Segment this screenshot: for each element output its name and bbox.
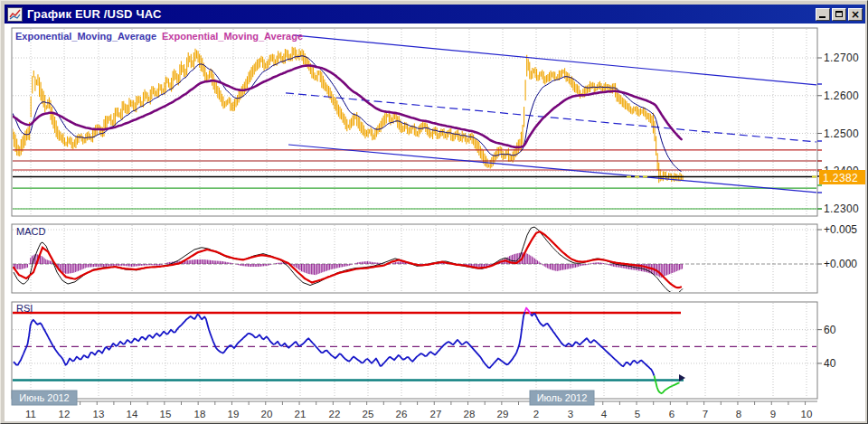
date-label: 2: [533, 409, 539, 419]
window-title: График EUR /USD ЧАС: [27, 7, 162, 21]
price-label: 1.2300: [824, 203, 859, 215]
rsi-panel[interactable]: [12, 302, 817, 399]
chart-window: График EUR /USD ЧАС × Exponential_Moving…: [0, 0, 868, 424]
date-label: 10: [801, 409, 813, 419]
date-label: 4: [601, 409, 608, 419]
chart-icon: [7, 7, 23, 22]
price-scale: 1.27001.26001.25001.24001.2300+0.005+0.0…: [817, 52, 865, 370]
maximize-button[interactable]: [832, 8, 846, 21]
date-label: 19: [228, 409, 240, 419]
minimize-button[interactable]: [816, 8, 830, 21]
close-button[interactable]: ×: [848, 8, 863, 21]
date-label: 15: [160, 409, 172, 419]
ema-label-2: Exponential_Moving_Average: [162, 31, 303, 42]
date-label: 22: [329, 409, 341, 419]
rsi-scale-label: 40: [824, 357, 836, 370]
month-label: Июль 2012: [537, 392, 588, 403]
price-label: 1.2500: [824, 127, 859, 140]
date-label: 8: [736, 409, 741, 419]
date-label: 3: [568, 409, 573, 419]
date-label: 21: [295, 409, 307, 419]
date-label: 14: [127, 409, 138, 419]
date-label: 29: [497, 409, 509, 419]
date-label: 12: [59, 409, 71, 419]
minimize-icon: [819, 16, 826, 18]
current-price-text: 1.2382: [823, 172, 858, 184]
date-label: 6: [669, 409, 675, 419]
titlebar[interactable]: График EUR /USD ЧАС ×: [5, 5, 865, 24]
date-label: 7: [703, 409, 708, 419]
chart-client-area: Exponential_Moving_AverageExponential_Mo…: [5, 24, 865, 421]
date-label: 5: [635, 409, 640, 419]
date-label: 11: [25, 409, 36, 419]
date-label: 13: [93, 409, 105, 419]
macd-scale-label: +0.005: [824, 223, 857, 236]
month-label: Июнь 2012: [19, 392, 70, 403]
close-icon: ×: [849, 8, 862, 21]
ema-label-1: Exponential_Moving_Average: [15, 31, 156, 42]
macd-scale-label: +0.000: [824, 258, 857, 270]
date-label: 27: [430, 409, 442, 419]
date-label: 26: [396, 409, 408, 419]
maximize-icon: [835, 11, 843, 17]
date-label: 20: [261, 409, 273, 419]
price-label: 1.2600: [824, 90, 859, 102]
window-controls: ×: [816, 8, 863, 21]
macd-panel[interactable]: [12, 224, 817, 293]
chart-canvas[interactable]: Exponential_Moving_AverageExponential_Mo…: [5, 24, 865, 421]
rsi-label: RSI: [16, 303, 33, 314]
date-label: 18: [194, 409, 206, 419]
date-label: 28: [464, 409, 476, 419]
date-label: 9: [770, 409, 776, 419]
rsi-scale-label: 60: [824, 324, 836, 336]
date-label: 25: [363, 409, 374, 419]
price-label: 1.2700: [824, 52, 859, 64]
macd-label: MACD: [16, 226, 45, 237]
